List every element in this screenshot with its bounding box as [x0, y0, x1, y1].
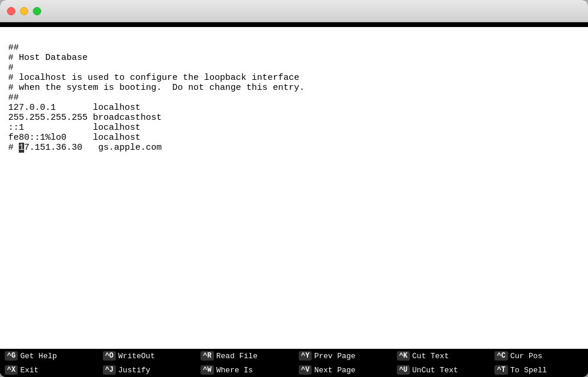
shortcut-label-5-top: Cur Pos: [510, 352, 543, 361]
shortcut-key-4-bottom[interactable]: ^U: [397, 365, 410, 375]
traffic-lights: [7, 7, 41, 15]
shortcut-key-5-bottom[interactable]: ^T: [495, 365, 507, 375]
shortcut-label-2-top: Read File: [216, 352, 258, 361]
shortcut-item-5-bottom: ^TTo Spell: [490, 363, 588, 377]
shortcut-item-4-bottom: ^UUnCut Text: [392, 363, 490, 377]
shortcut-key-2-top[interactable]: ^R: [201, 351, 213, 361]
minimize-button[interactable]: [20, 7, 28, 15]
shortcut-key-3-top[interactable]: ^Y: [299, 351, 312, 361]
nano-header: [0, 22, 588, 27]
shortcut-key-4-top[interactable]: ^K: [397, 351, 410, 361]
shortcut-label-0-top: Get Help: [20, 352, 56, 361]
shortcut-key-3-bottom[interactable]: ^V: [299, 365, 312, 375]
maximize-button[interactable]: [33, 7, 41, 15]
shortcut-key-0-top[interactable]: ^G: [5, 351, 18, 361]
shortcut-key-1-bottom[interactable]: ^J: [103, 365, 116, 375]
window: ## # Host Database # # localhost is used…: [0, 0, 588, 377]
cursor: 1: [19, 143, 24, 153]
shortcut-key-0-bottom[interactable]: ^X: [5, 365, 18, 375]
shortcut-label-1-bottom: Justify: [118, 366, 151, 375]
shortcut-key-2-bottom[interactable]: ^W: [201, 365, 213, 375]
shortcut-item-5-top: ^CCur Pos: [490, 349, 588, 363]
shortcut-item-3-top: ^YPrev Page: [294, 349, 392, 363]
shortcut-key-1-top[interactable]: ^O: [103, 351, 116, 361]
title-bar: [0, 0, 588, 22]
shortcut-label-4-bottom: UnCut Text: [412, 366, 458, 375]
editor-area[interactable]: ## # Host Database # # localhost is used…: [0, 27, 588, 349]
shortcut-item-2-top: ^RRead File: [196, 349, 294, 363]
shortcut-item-4-top: ^KCut Text: [392, 349, 490, 363]
shortcut-label-5-bottom: To Spell: [510, 366, 547, 375]
close-button[interactable]: [7, 7, 15, 15]
shortcut-label-2-bottom: Where Is: [216, 366, 253, 375]
shortcut-item-3-bottom: ^VNext Page: [294, 363, 392, 377]
shortcut-label-4-top: Cut Text: [412, 352, 449, 361]
shortcut-label-1-top: WriteOut: [118, 352, 155, 361]
shortcut-key-5-top[interactable]: ^C: [495, 351, 507, 361]
shortcut-item-0-bottom: ^XExit: [0, 363, 98, 377]
shortcut-label-0-bottom: Exit: [20, 366, 38, 375]
shortcut-label-3-bottom: Next Page: [314, 366, 355, 375]
shortcut-item-1-bottom: ^JJustify: [98, 363, 196, 377]
shortcut-item-0-top: ^GGet Help: [0, 349, 98, 363]
shortcut-item-1-top: ^OWriteOut: [98, 349, 196, 363]
shortcut-item-2-bottom: ^WWhere Is: [196, 363, 294, 377]
shortcut-label-3-top: Prev Page: [314, 352, 355, 361]
shortcut-bar: ^GGet Help^OWriteOut^RRead File^YPrev Pa…: [0, 349, 588, 377]
